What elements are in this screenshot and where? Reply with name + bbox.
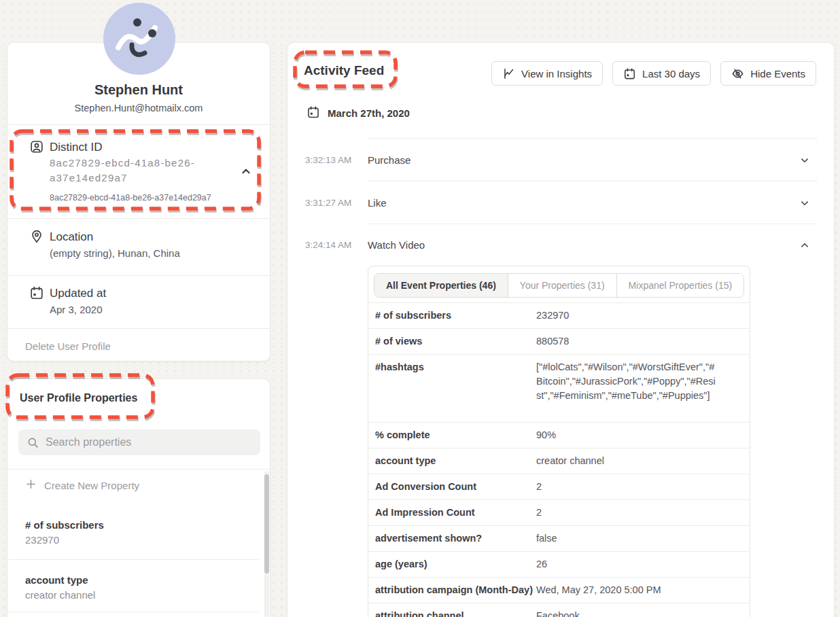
table-row: Ad Conversion Count 2 xyxy=(368,474,750,500)
create-new-property-label: Create New Property xyxy=(44,480,139,491)
property-value: Facebook xyxy=(536,609,731,617)
user-email: Stephen.Hunt@hotmailx.com xyxy=(7,103,270,113)
search-properties-input[interactable] xyxy=(46,436,252,448)
property-value: Wed, May 27, 2020 5:00 PM xyxy=(536,583,731,597)
tab-all-event-properties[interactable]: All Event Properties (46) xyxy=(374,274,508,297)
create-new-property-button[interactable]: Create New Property xyxy=(25,478,139,492)
divider xyxy=(7,124,270,125)
table-row: advertisement shown? false xyxy=(368,526,750,552)
activity-toolbar: View in Insights Last 30 days Hide Eve xyxy=(491,61,816,86)
event-time: 3:31:27 AM xyxy=(305,198,351,208)
table-row: age (years) 26 xyxy=(368,552,750,578)
divider xyxy=(368,181,818,181)
distinct-id-full: 8ac27829-ebcd-41a8-be26-a37e14ed29a7 xyxy=(50,193,211,202)
hide-events-label: Hide Events xyxy=(750,68,805,80)
property-value: ["#lolCats","#Wilson","#WorstGiftEver","… xyxy=(536,360,721,403)
view-in-insights-button[interactable]: View in Insights xyxy=(491,61,603,86)
property-value: 880578 xyxy=(536,334,731,349)
user-profile-properties-card: User Profile Properties Create New Prope… xyxy=(7,378,270,617)
user-name: Stephen Hunt xyxy=(7,82,270,98)
tab-your-properties[interactable]: Your Properties (31) xyxy=(508,274,617,297)
divider xyxy=(7,275,270,276)
property-value: 232970 xyxy=(536,308,731,323)
updated-at-label: Updated at xyxy=(50,287,106,300)
table-row: #hashtags ["#lolCats","#Wilson","#WorstG… xyxy=(368,355,750,423)
activity-date-row: March 27th, 2020 xyxy=(307,105,410,121)
property-value: creator channel xyxy=(536,454,731,468)
divider xyxy=(7,328,270,329)
event-properties-tabs: All Event Properties (46) Your Propertie… xyxy=(374,273,744,298)
property-key: account type xyxy=(368,454,536,468)
property-value: creator channel xyxy=(25,589,95,601)
calendar-icon xyxy=(307,105,320,121)
date-range-button[interactable]: Last 30 days xyxy=(612,61,711,86)
view-in-insights-label: View in Insights xyxy=(521,68,592,80)
chevron-down-icon[interactable] xyxy=(799,197,811,209)
calendar-icon xyxy=(623,67,636,80)
distinct-id-value: 8ac27829-ebcd-41a8-be26-a37e14ed29a7 xyxy=(50,156,221,186)
property-value: 2 xyxy=(536,506,731,520)
property-key: % complete xyxy=(368,428,536,442)
activity-date-label: March 27th, 2020 xyxy=(328,107,410,119)
insights-chart-icon xyxy=(502,67,515,80)
calendar-icon xyxy=(29,285,44,300)
table-row: attribution campaign (Month-Day) Wed, Ma… xyxy=(368,578,750,603)
user-profile-card: Stephen Hunt Stephen.Hunt@hotmailx.com D… xyxy=(7,42,270,362)
delete-user-profile-link[interactable]: Delete User Profile xyxy=(25,340,111,352)
property-key: # of views xyxy=(368,334,536,349)
location-pin-icon xyxy=(29,229,44,244)
property-key: #hashtags xyxy=(368,360,536,374)
event-name: Like xyxy=(368,197,387,209)
property-name: # of subscribers xyxy=(25,519,104,531)
date-range-label: Last 30 days xyxy=(642,68,700,80)
mixpanel-user-profile-page: { "sidebar": { "name": "Stephen Hunt", "… xyxy=(0,0,840,617)
divider xyxy=(9,559,259,560)
property-key: Ad Impression Count xyxy=(368,506,536,520)
user-profile-properties-title: User Profile Properties xyxy=(20,392,137,404)
chevron-down-icon[interactable] xyxy=(799,154,811,166)
avatar xyxy=(103,3,175,75)
event-name: Watch Video xyxy=(368,239,425,251)
eye-off-icon xyxy=(731,67,744,80)
property-key: age (years) xyxy=(368,557,536,571)
table-row: attribution channel Facebook xyxy=(368,603,750,617)
activity-feed-card: Activity Feed View in Insights Last 30 d… xyxy=(287,42,835,617)
table-row: # of views 880578 xyxy=(368,329,750,355)
table-row: Ad Impression Count 2 xyxy=(368,500,750,526)
event-properties-panel: All Event Properties (46) Your Propertie… xyxy=(368,266,750,617)
updated-at-value: Apr 3, 2020 xyxy=(50,304,103,315)
property-key: advertisement shown? xyxy=(368,531,536,546)
location-value: (empty string), Hunan, China xyxy=(50,247,180,259)
contact-card-icon xyxy=(29,139,44,154)
divider xyxy=(368,224,818,224)
property-value: 232970 xyxy=(25,534,59,546)
collapse-caret-icon[interactable] xyxy=(239,164,253,179)
event-properties-table: # of subscribers 232970 # of views 88057… xyxy=(368,302,750,617)
property-value: 26 xyxy=(536,557,731,571)
property-name: account type xyxy=(25,574,88,586)
table-row: # of subscribers 232970 xyxy=(368,303,750,329)
event-time: 3:32:13 AM xyxy=(305,155,351,165)
tab-mixpanel-properties[interactable]: Mixpanel Properties (15) xyxy=(617,274,744,297)
divider xyxy=(9,612,259,612)
property-value: false xyxy=(536,531,731,546)
event-time: 3:24:14 AM xyxy=(305,240,351,250)
property-value: 2 xyxy=(536,480,731,494)
property-key: Ad Conversion Count xyxy=(368,480,536,494)
chevron-up-icon[interactable] xyxy=(799,239,811,251)
plus-icon xyxy=(25,478,37,492)
divider xyxy=(7,218,270,219)
table-row: % complete 90% xyxy=(368,423,750,448)
event-name: Purchase xyxy=(368,154,410,166)
distinct-id-label: Distinct ID xyxy=(50,141,102,154)
location-label: Location xyxy=(50,230,93,244)
activity-feed-title: Activity Feed xyxy=(304,63,384,78)
divider xyxy=(7,469,270,470)
hide-events-button[interactable]: Hide Events xyxy=(720,61,816,86)
divider xyxy=(368,138,818,139)
scrollbar-thumb[interactable] xyxy=(264,474,269,574)
property-key: # of subscribers xyxy=(368,308,536,323)
property-key: attribution channel xyxy=(368,609,536,617)
search-icon xyxy=(27,436,39,449)
property-value: 90% xyxy=(536,428,731,442)
